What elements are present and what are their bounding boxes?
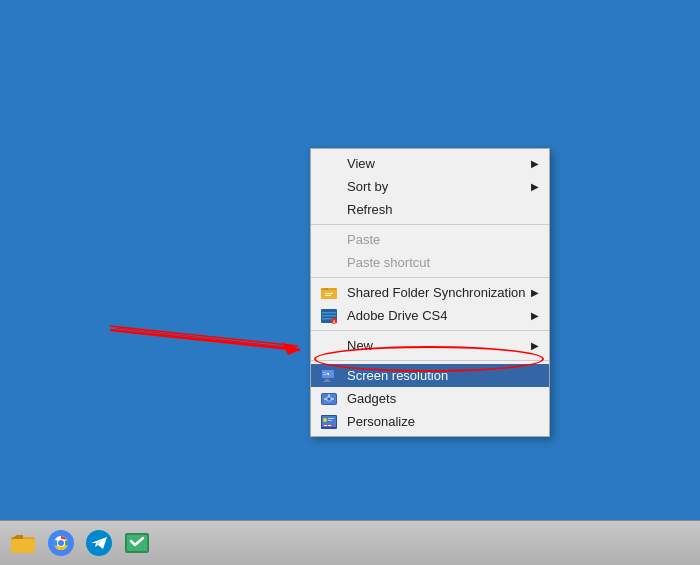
svg-point-20 [328, 397, 331, 400]
menu-label-sort-by: Sort by [347, 179, 388, 194]
taskbar-icon-folder[interactable] [6, 526, 40, 560]
security-icon [123, 529, 151, 557]
gadgets-icon [319, 389, 339, 409]
svg-line-34 [110, 326, 298, 346]
desktop: View ▶ Sort by ▶ Refresh Paste Paste sho… [0, 0, 700, 520]
svg-rect-22 [331, 398, 334, 399]
menu-item-screen-resolution[interactable]: Screen resolution [311, 364, 549, 387]
menu-item-adobe-drive[interactable]: A Adobe Drive CS4 ▶ [311, 304, 549, 327]
chrome-icon [47, 529, 75, 557]
shared-folder-icon [319, 283, 339, 303]
svg-rect-31 [328, 425, 331, 426]
menu-item-refresh[interactable]: Refresh [311, 198, 549, 221]
taskbar-icon-security[interactable] [120, 526, 154, 560]
svg-rect-1 [321, 290, 337, 299]
svg-rect-30 [324, 425, 327, 426]
menu-arrow-shared-folder: ▶ [531, 287, 539, 298]
menu-item-personalize[interactable]: Personalize [311, 410, 549, 433]
separator-4 [311, 360, 549, 361]
personalize-icon [319, 412, 339, 432]
telegram-icon [85, 529, 113, 557]
menu-item-gadgets[interactable]: Gadgets [311, 387, 549, 410]
svg-rect-28 [328, 418, 334, 419]
menu-item-paste[interactable]: Paste [311, 228, 549, 251]
svg-rect-36 [11, 539, 35, 553]
svg-rect-6 [322, 315, 336, 317]
svg-line-32 [110, 330, 300, 350]
menu-label-view: View [347, 156, 375, 171]
svg-rect-5 [322, 312, 336, 314]
menu-label-paste: Paste [347, 232, 380, 247]
svg-rect-15 [323, 372, 326, 373]
menu-arrow-sort-by: ▶ [531, 181, 539, 192]
svg-point-40 [58, 540, 64, 546]
menu-item-view[interactable]: View ▶ [311, 152, 549, 175]
menu-item-sort-by[interactable]: Sort by ▶ [311, 175, 549, 198]
menu-item-new[interactable]: New ▶ [311, 334, 549, 357]
svg-marker-33 [282, 342, 300, 355]
svg-rect-3 [325, 295, 331, 296]
taskbar [0, 520, 700, 565]
folder-icon [9, 529, 37, 557]
svg-rect-12 [325, 379, 329, 381]
menu-arrow-adobe-drive: ▶ [531, 310, 539, 321]
svg-rect-23 [329, 394, 330, 397]
menu-label-gadgets: Gadgets [347, 391, 396, 406]
menu-arrow-view: ▶ [531, 158, 539, 169]
svg-rect-13 [323, 381, 331, 382]
svg-rect-21 [324, 398, 327, 399]
taskbar-icon-chrome[interactable] [44, 526, 78, 560]
screen-resolution-icon [319, 366, 339, 386]
menu-item-paste-shortcut[interactable]: Paste shortcut [311, 251, 549, 274]
adobe-drive-icon: A [319, 306, 339, 326]
separator-3 [311, 330, 549, 331]
context-menu: View ▶ Sort by ▶ Refresh Paste Paste sho… [310, 148, 550, 437]
menu-label-paste-shortcut: Paste shortcut [347, 255, 430, 270]
svg-rect-29 [328, 420, 332, 421]
svg-rect-16 [323, 374, 328, 375]
separator-2 [311, 277, 549, 278]
menu-arrow-new: ▶ [531, 340, 539, 351]
svg-point-27 [323, 418, 327, 422]
menu-label-new: New [347, 338, 373, 353]
menu-item-shared-folder[interactable]: Shared Folder Synchronization ▶ [311, 281, 549, 304]
svg-rect-7 [322, 318, 332, 320]
menu-label-refresh: Refresh [347, 202, 393, 217]
taskbar-icon-telegram[interactable] [82, 526, 116, 560]
menu-label-personalize: Personalize [347, 414, 415, 429]
menu-label-adobe-drive: Adobe Drive CS4 [347, 308, 447, 323]
menu-label-shared-folder: Shared Folder Synchronization [347, 285, 526, 300]
svg-rect-2 [325, 293, 333, 294]
menu-label-screen-resolution: Screen resolution [347, 368, 448, 383]
annotation-arrow [110, 290, 320, 370]
separator-1 [311, 224, 549, 225]
